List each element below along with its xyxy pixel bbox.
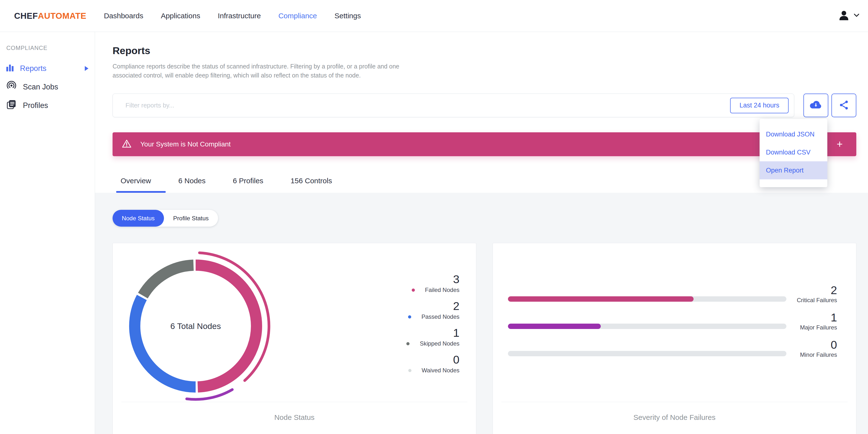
legend-label: Skipped Nodes <box>420 340 460 347</box>
chef-automate-app: CHEF AUTOMATE Dashboards Applications In… <box>0 0 868 434</box>
tab-nodes[interactable]: 6 Nodes <box>178 169 206 193</box>
severity-label: Minor Failures <box>786 351 837 358</box>
tab-controls[interactable]: 156 Controls <box>291 169 332 193</box>
main-nav: Dashboards Applications Infrastructure C… <box>104 12 378 20</box>
legend-label: Failed Nodes <box>425 286 460 293</box>
sidebar-item-label: Scan Jobs <box>23 83 58 91</box>
sidebar-item-reports[interactable]: Reports <box>6 59 95 78</box>
severity-value: 0 <box>786 339 837 351</box>
sidebar-section-label: COMPLIANCE <box>6 44 95 52</box>
major-bar-track <box>508 323 786 329</box>
cloud-download-icon <box>809 100 823 111</box>
plus-icon[interactable]: + <box>837 139 843 149</box>
legend-item-failed: 3 Failed Nodes <box>406 273 460 293</box>
sidebar-item-scan-jobs[interactable]: Scan Jobs <box>6 78 95 96</box>
sidebar-item-profiles[interactable]: Profiles <box>6 96 95 115</box>
nav-applications[interactable]: Applications <box>161 12 200 20</box>
severity-label: Major Failures <box>786 324 837 331</box>
warning-icon <box>122 140 131 149</box>
node-status-donut-chart: 6 Total Nodes <box>113 243 278 409</box>
chevron-down-icon <box>854 13 859 18</box>
legend-label: Passed Nodes <box>422 313 460 320</box>
legend-value: 0 <box>406 353 460 366</box>
report-tabs: Overview 6 Nodes 6 Profiles 156 Controls <box>113 169 856 193</box>
nav-infrastructure[interactable]: Infrastructure <box>218 12 261 20</box>
compliance-sidebar: COMPLIANCE Reports Scan Jobs <box>0 32 95 434</box>
legend-value: 1 <box>406 327 460 339</box>
top-navigation: CHEF AUTOMATE Dashboards Applications In… <box>0 0 868 32</box>
sidebar-item-label: Profiles <box>23 101 48 110</box>
toggle-profile-status[interactable]: Profile Status <box>164 210 218 227</box>
severity-row-major: 1 Major Failures <box>508 311 837 331</box>
submenu-arrow-icon[interactable] <box>85 66 88 71</box>
nav-settings[interactable]: Settings <box>335 12 361 20</box>
filter-row: Last 24 hours <box>113 94 856 117</box>
minor-bar-track <box>508 351 786 356</box>
severity-bars-chart: 2 Critical Failures 1 Major Failures <box>508 284 837 366</box>
legend-item-waived: 0 Waived Nodes <box>406 353 460 374</box>
user-avatar-icon <box>838 10 849 22</box>
major-bar-fill <box>508 323 601 329</box>
legend-item-skipped: 1 Skipped Nodes <box>406 327 460 347</box>
menu-item-open-report[interactable]: Open Report <box>760 161 827 179</box>
node-status-card: 6 Total Nodes 3 Failed Nodes <box>113 243 476 434</box>
radar-icon <box>6 81 17 93</box>
download-dropdown-menu: Download JSON Download CSV Open Report <box>760 119 827 187</box>
donut-center-label: 6 Total Nodes <box>170 321 221 331</box>
legend-item-passed: 2 Passed Nodes <box>406 300 460 320</box>
filter-input[interactable] <box>125 102 730 109</box>
menu-item-download-csv[interactable]: Download CSV <box>760 143 827 161</box>
critical-bar-track <box>508 296 786 302</box>
severity-label: Critical Failures <box>786 297 837 304</box>
severity-caption: Severity of Node Failures <box>493 413 856 422</box>
share-button[interactable] <box>832 94 856 117</box>
legend-label: Waived Nodes <box>422 367 460 374</box>
tab-overview[interactable]: Overview <box>121 169 151 193</box>
sidebar-item-label: Reports <box>20 64 46 73</box>
page-title: Reports <box>113 45 856 57</box>
tab-profiles[interactable]: 6 Profiles <box>233 169 264 193</box>
legend-value: 3 <box>406 273 460 286</box>
severity-row-critical: 2 Critical Failures <box>508 284 837 304</box>
status-toggle: Node Status Profile Status <box>113 210 218 227</box>
user-menu[interactable] <box>838 10 859 22</box>
logo-chef: CHEF <box>14 11 38 21</box>
nav-compliance[interactable]: Compliance <box>278 12 317 20</box>
menu-item-download-json[interactable]: Download JSON <box>760 125 827 143</box>
severity-value: 2 <box>786 284 837 296</box>
share-icon <box>839 100 849 111</box>
node-status-legend: 3 Failed Nodes 2 Passed Nodes <box>406 273 460 380</box>
bar-chart-icon <box>6 64 13 73</box>
filter-bar: Last 24 hours <box>113 94 794 117</box>
severity-card: 2 Critical Failures 1 Major Failures <box>493 243 856 434</box>
compliance-status-banner: Your System is Not Compliant ta + <box>113 132 856 156</box>
page-description: Compliance reports describe the status o… <box>113 62 421 80</box>
node-status-caption: Node Status <box>113 413 476 422</box>
skipped-dot-icon <box>406 342 409 345</box>
passed-dot-icon <box>408 315 411 318</box>
banner-message: Your System is Not Compliant <box>140 141 231 148</box>
legend-value: 2 <box>406 300 460 312</box>
severity-row-minor: 0 Minor Failures <box>508 339 837 358</box>
waived-dot-icon <box>408 369 411 372</box>
severity-value: 1 <box>786 311 837 323</box>
failed-dot-icon <box>412 288 415 292</box>
critical-bar-fill <box>508 296 693 302</box>
toggle-node-status[interactable]: Node Status <box>113 210 164 227</box>
time-range-button[interactable]: Last 24 hours <box>730 98 788 113</box>
logo-automate: AUTOMATE <box>38 11 86 21</box>
download-button[interactable] <box>803 94 828 117</box>
chef-automate-logo[interactable]: CHEF AUTOMATE <box>14 11 86 21</box>
documents-icon <box>6 99 17 112</box>
nav-dashboards[interactable]: Dashboards <box>104 12 143 20</box>
main-content: Reports Compliance reports describe the … <box>95 32 868 434</box>
